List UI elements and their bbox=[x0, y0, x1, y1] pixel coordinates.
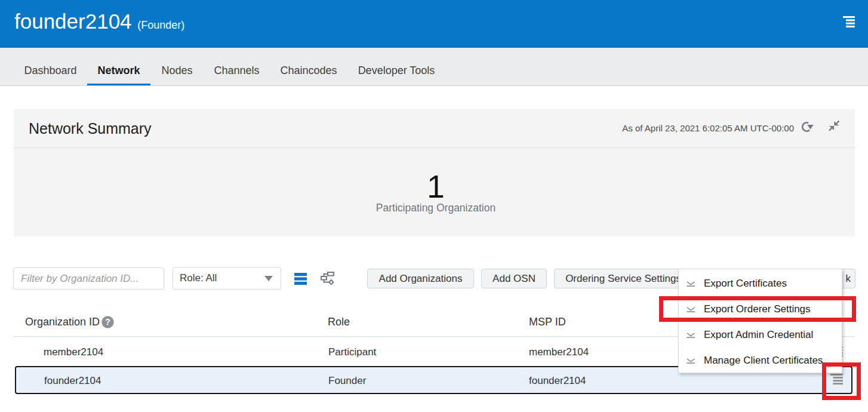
svg-text:?: ? bbox=[105, 317, 110, 327]
